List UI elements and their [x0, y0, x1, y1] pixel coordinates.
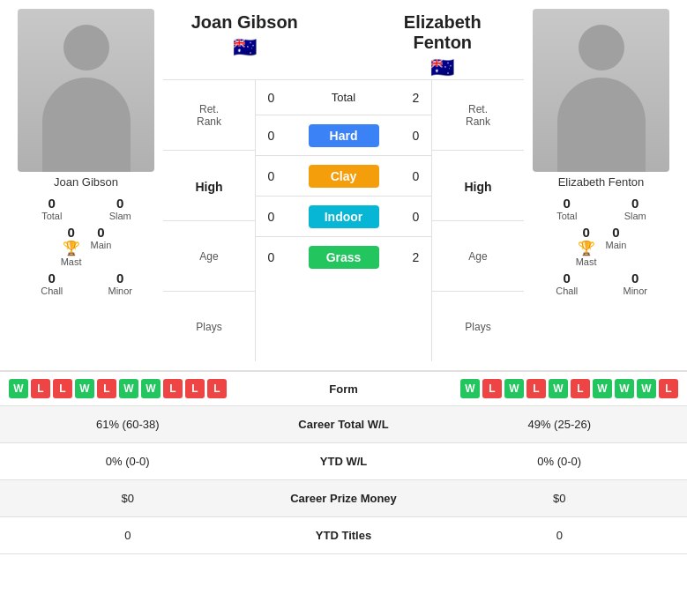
- clay-badge-center: Clay: [287, 165, 400, 188]
- right-trophy-icon: 🏆: [578, 240, 595, 256]
- left-total-cell: 0 Total: [18, 192, 86, 225]
- right-plays-label: Plays: [465, 321, 490, 333]
- total-right-val: 2: [400, 91, 431, 105]
- left-mast-value: 0: [67, 225, 74, 240]
- left-trophy-icon: 🏆: [63, 240, 80, 256]
- right-flag: 🇦🇺: [430, 56, 454, 79]
- left-form-w4: W: [141, 379, 161, 398]
- center-content: Joan Gibson 🇦🇺 Elizabeth Fenton 🇦🇺 Ret. …: [163, 9, 524, 361]
- right-form-w1: W: [460, 379, 480, 398]
- grass-row: 0 Grass 2: [256, 236, 431, 277]
- right-plays-block: Plays: [432, 291, 524, 361]
- right-form-l4: L: [659, 379, 678, 398]
- clay-row: 0 Clay 0: [256, 155, 431, 196]
- ytd-titles-right: 0: [432, 529, 688, 542]
- ytd-titles-row: 0 YTD Titles 0: [0, 517, 687, 554]
- left-main-value: 0: [97, 225, 104, 240]
- right-ret-rank-block: Ret. Rank: [432, 79, 524, 150]
- right-slam-label: Slam: [624, 211, 646, 221]
- right-form-w4: W: [593, 379, 612, 398]
- right-player-photo: [533, 9, 669, 172]
- right-high-block: High: [432, 150, 524, 220]
- right-form-w2: W: [504, 379, 524, 398]
- right-form-l3: L: [571, 379, 590, 398]
- career-total-right: 49% (25-26): [432, 418, 688, 431]
- ytd-wl-right: 0% (0-0): [432, 455, 688, 468]
- right-stats-grid: 0 Total 0 Slam: [533, 192, 669, 225]
- left-form-w2: W: [75, 379, 94, 398]
- right-main-value: 0: [612, 225, 619, 240]
- left-form-l4: L: [163, 379, 183, 398]
- left-form-l5: L: [185, 379, 205, 398]
- names-center-spacer: [326, 9, 362, 79]
- left-main-cell: 0 Main: [91, 225, 112, 267]
- indoor-row: 0 Indoor 0: [256, 196, 431, 236]
- left-mast-cell: 0 🏆 Mast: [61, 225, 82, 267]
- left-rank-label: Rank: [197, 115, 221, 128]
- left-slam-cell: 0 Slam: [86, 192, 155, 225]
- grass-right-val: 2: [400, 250, 431, 264]
- prize-money-right: $0: [432, 492, 688, 505]
- right-total-value: 0: [564, 196, 571, 211]
- right-ret-label: Ret.: [468, 103, 488, 115]
- indoor-badge: Indoor: [309, 205, 379, 228]
- right-form-w3: W: [549, 379, 568, 398]
- right-form-l1: L: [482, 379, 502, 398]
- right-name-block: Elizabeth Fenton 🇦🇺: [362, 9, 525, 79]
- left-minor-label: Minor: [108, 286, 132, 296]
- right-high-value: High: [464, 180, 491, 194]
- left-ret-label: Ret.: [199, 103, 219, 115]
- hard-badge: Hard: [309, 124, 379, 147]
- right-chall-minor-grid: 0 Chall 0 Minor: [533, 267, 669, 300]
- grass-badge-center: Grass: [287, 246, 400, 269]
- right-slam-cell: 0 Slam: [601, 192, 670, 225]
- form-row: W L L W L W W L L L Form W L W L W L W W: [0, 372, 687, 406]
- right-minor-label: Minor: [623, 286, 647, 296]
- left-mast-label: Mast: [61, 256, 82, 267]
- left-plays-label: Plays: [196, 321, 221, 333]
- bottom-table: W L L W L W W L L L Form W L W L W L W W: [0, 370, 687, 554]
- form-label: Form: [291, 382, 397, 396]
- clay-badge: Clay: [309, 165, 379, 188]
- right-slam-value: 0: [631, 196, 638, 211]
- right-stats-under-photo: Elizabeth Fenton 0 Total 0 Slam 0 🏆: [533, 175, 669, 300]
- left-form-w1: W: [9, 379, 28, 398]
- career-total-row: 61% (60-38) Career Total W/L 49% (25-26): [0, 406, 687, 443]
- right-mast-label: Mast: [576, 256, 597, 267]
- left-age-block: Age: [163, 220, 255, 291]
- grass-left-val: 0: [256, 250, 287, 264]
- left-high-block: High: [163, 150, 255, 220]
- indoor-left-val: 0: [256, 210, 287, 224]
- left-player-photo: [18, 9, 154, 172]
- form-badges-right: W L W L W L W W W L: [397, 379, 679, 398]
- left-player-name: Joan Gibson: [191, 12, 298, 33]
- left-total-label: Total: [41, 211, 62, 221]
- right-chall-cell: 0 Chall: [533, 267, 601, 300]
- hard-left-val: 0: [256, 129, 287, 143]
- right-form-w5: W: [615, 379, 634, 398]
- left-stats-under-photo: Joan Gibson 0 Total 0 Slam 0 🏆 Ma: [18, 175, 154, 300]
- ytd-wl-label: YTD W/L: [256, 455, 432, 468]
- prize-money-left: $0: [0, 492, 256, 505]
- left-slam-label: Slam: [109, 211, 131, 221]
- left-high-value: High: [195, 180, 222, 194]
- career-total-left: 61% (60-38): [0, 418, 256, 431]
- right-main-label: Main: [606, 240, 627, 250]
- right-player-name-below: Elizabeth Fenton: [533, 175, 669, 189]
- left-form-l3: L: [97, 379, 116, 398]
- right-total-label: Total: [556, 211, 577, 221]
- total-row: 0 Total 2: [256, 79, 431, 115]
- right-silhouette: [533, 9, 669, 172]
- total-text: Total: [332, 91, 355, 104]
- left-flag: 🇦🇺: [233, 36, 257, 59]
- right-player-name: Elizabeth: [404, 12, 482, 33]
- career-total-label: Career Total W/L: [256, 418, 432, 431]
- left-total-value: 0: [49, 196, 56, 211]
- hard-right-val: 0: [400, 129, 431, 143]
- right-age-label: Age: [468, 250, 487, 263]
- right-form-l2: L: [526, 379, 546, 398]
- right-player-name2: Fenton: [413, 33, 472, 53]
- hard-badge-center: Hard: [287, 124, 400, 147]
- ytd-wl-row: 0% (0-0) YTD W/L 0% (0-0): [0, 443, 687, 480]
- right-chall-label: Chall: [556, 286, 578, 296]
